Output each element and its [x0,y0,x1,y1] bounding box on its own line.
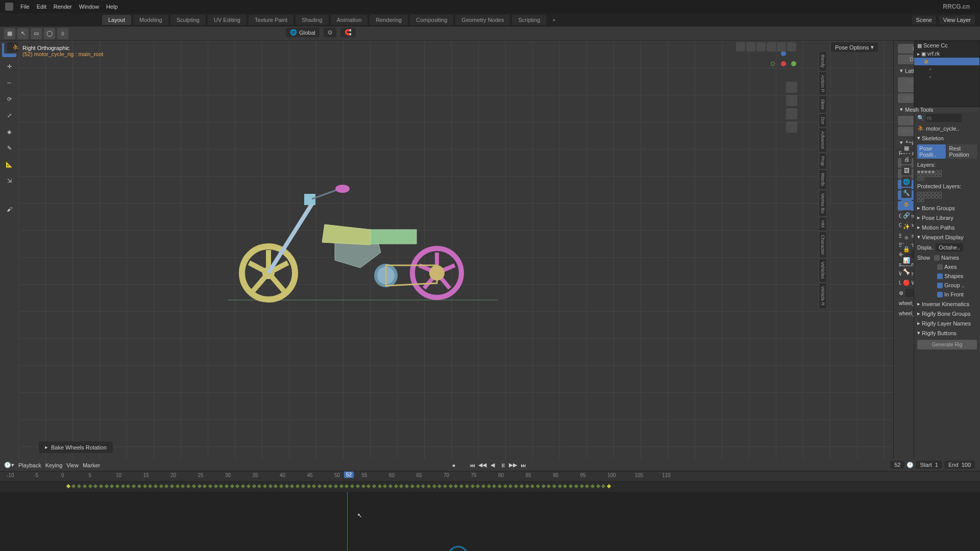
gizmo-neg-y-icon[interactable] [771,62,775,66]
keyframe[interactable] [569,484,573,488]
keyframe[interactable] [372,484,376,488]
menu-window[interactable]: Window [79,4,99,10]
keyframe[interactable] [126,484,130,488]
keyframe[interactable] [345,484,349,488]
keyframe[interactable] [328,484,332,488]
outliner-collection[interactable]: ▸ ▣ vrf.rk [914,49,979,58]
solid-icon[interactable] [767,42,776,52]
viewlayer-props-icon[interactable]: 🖼 [901,165,912,176]
keyframe[interactable] [437,484,442,488]
search-icon[interactable]: 🔍 [917,115,924,121]
keyframe[interactable] [454,484,458,488]
tab-modeling[interactable]: Modeling [133,15,168,25]
measure-tool-icon[interactable]: 📐 [2,157,16,171]
keyframe[interactable] [405,484,409,488]
keyframe[interactable] [230,484,234,488]
keyframe[interactable] [213,484,217,488]
transform-tool-icon[interactable]: ◈ [2,124,16,139]
keyframe[interactable] [432,484,436,488]
keyframe[interactable] [492,484,496,488]
menu-edit[interactable]: Edit [37,4,46,10]
auto-key-icon[interactable]: ● [452,462,456,468]
vtab-character[interactable]: Character [819,231,827,259]
outliner-armature[interactable]: ⛹ [914,58,979,65]
bone-groups-header[interactable]: ▸ Bone Groups [914,203,980,213]
keyframe[interactable] [312,484,316,488]
jump-start-icon[interactable]: ⏮ [468,461,477,469]
keyframe[interactable] [115,484,119,488]
motion-paths-header[interactable]: ▸ Motion Paths [914,222,980,232]
pose-options-dropdown[interactable]: Pose Options ▾ [831,42,878,52]
keyframe[interactable] [394,484,398,488]
vtab-bendy[interactable]: Bendy [819,51,827,71]
vtab-hm[interactable]: HM [819,217,827,231]
keyframe[interactable] [175,484,179,488]
keyframe[interactable] [421,484,425,488]
keyframe[interactable] [104,484,108,488]
keyframe[interactable] [247,484,251,488]
tab-sculpting[interactable]: Sculpting [170,15,206,25]
keyframe[interactable] [334,484,338,488]
keyframe[interactable] [552,484,556,488]
keyframe[interactable] [366,484,371,488]
scene-props-icon[interactable]: 🌐 [901,177,912,187]
view-layer-selector[interactable]: View Layer [939,15,975,24]
timeline-ruler[interactable]: 52 -10-505101520253035404550556065707580… [0,471,980,482]
vtab-vertex[interactable]: Vertex Bo [819,190,827,217]
keyframe[interactable] [241,484,245,488]
viewport-display-header[interactable]: ▾ Viewport Display [914,232,980,242]
keyframe[interactable] [197,484,201,488]
rigify-layer-names-header[interactable]: ▸ Rigify Layer Names [914,318,980,328]
vtab-action[interactable]: Action P [819,71,827,96]
keyframe[interactable] [252,484,256,488]
rotate-tool-icon[interactable]: ⟳ [2,92,16,106]
infront-checkbox[interactable] [937,292,943,297]
tab-geometry-nodes[interactable]: Geometry Nodes [455,15,510,25]
keyframe[interactable] [547,484,551,488]
tab-uv-editing[interactable]: UV Editing [208,15,247,25]
tab-add-button[interactable]: + [548,15,559,25]
keyframe[interactable] [508,484,512,488]
zoom-icon[interactable] [786,82,797,93]
keyframe[interactable] [503,484,507,488]
timeline-playback-menu[interactable]: Playback [18,462,41,468]
gizmo-y-icon[interactable] [791,61,796,66]
keyframe[interactable] [181,484,185,488]
outliner-item[interactable]: ▫ [914,73,979,81]
brush-tool-icon[interactable]: 🖌 [2,202,16,216]
keyframe[interactable] [208,484,212,488]
gizmo-x-icon[interactable] [781,61,786,66]
pause-icon[interactable]: ⏸ [498,461,507,469]
tab-scripting[interactable]: Scripting [512,15,546,25]
keyframe[interactable] [377,484,381,488]
end-frame-input[interactable]: End 100 [944,461,975,469]
material-props-icon[interactable]: 🔴 [901,278,912,288]
keyframe[interactable] [323,484,327,488]
keyframe[interactable] [459,484,463,488]
timeline-editor-icon[interactable]: 🕐▾ [4,462,14,468]
keyframe[interactable] [148,484,152,488]
axes-checkbox[interactable] [937,264,943,270]
keyframe[interactable] [88,484,92,488]
constraint-props-icon[interactable]: 🔒 [901,244,912,254]
matprev-icon[interactable] [777,42,786,52]
outliner-item[interactable]: ▫ [914,65,979,73]
keyframe[interactable] [591,484,595,488]
keyframe[interactable] [192,484,196,488]
output-props-icon[interactable]: 🖨 [901,154,912,164]
particle-props-icon[interactable]: ✨ [901,221,912,232]
skeleton-header[interactable]: ▾ Skeleton [914,133,980,143]
scene-selector[interactable]: Scene [912,15,936,24]
keyframe[interactable] [476,484,480,488]
xray-icon[interactable] [746,42,755,52]
keyframe[interactable] [93,484,97,488]
keyframe[interactable] [132,484,136,488]
generate-rig-button[interactable]: Generate Rig [917,340,977,349]
vtab-skee[interactable]: Skee [819,95,827,113]
cursor-tool-icon[interactable]: ↖ [17,28,29,39]
keyframe[interactable] [263,484,267,488]
menu-render[interactable]: Render [54,4,72,10]
tab-compositing[interactable]: Compositing [410,15,453,25]
armature-layers[interactable] [914,169,945,182]
ik-header[interactable]: ▸ Inverse Kinematics [914,299,980,309]
